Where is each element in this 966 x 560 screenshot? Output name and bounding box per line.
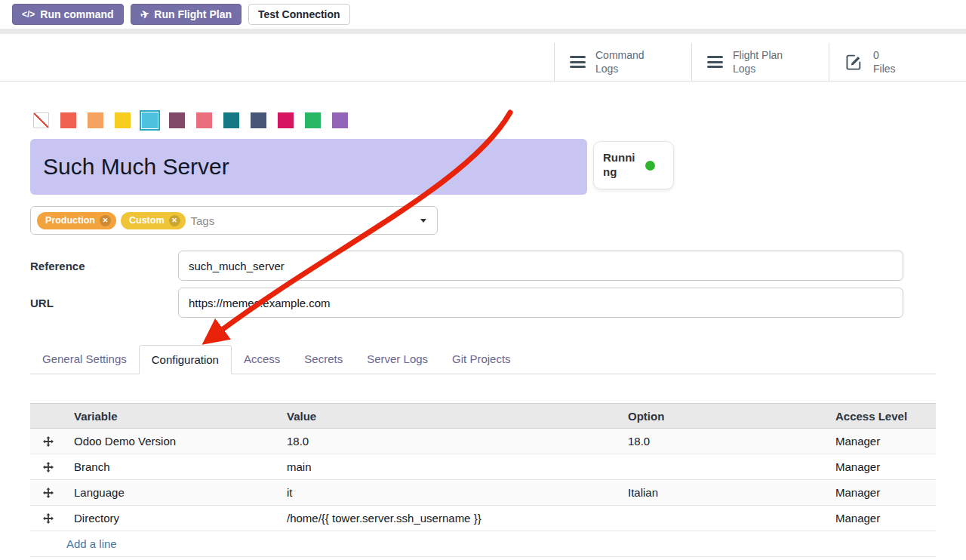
color-swatch-salmon-pink[interactable] bbox=[196, 112, 212, 128]
url-label: URL bbox=[30, 297, 178, 309]
cell-option[interactable]: 18.0 bbox=[620, 429, 828, 454]
status-dot bbox=[645, 161, 655, 171]
add-a-line-link[interactable]: Add a line bbox=[66, 537, 117, 550]
server-name-input[interactable] bbox=[30, 139, 587, 195]
stat-button-0-files[interactable]: 0Files bbox=[829, 43, 966, 81]
cell-access-level[interactable]: Manager bbox=[828, 429, 936, 454]
tag-remove-icon[interactable]: ✕ bbox=[100, 215, 111, 226]
tag-label: Production bbox=[45, 215, 95, 226]
run-flight-plan-label: Run Flight Plan bbox=[154, 8, 232, 20]
color-swatch-teal[interactable] bbox=[223, 112, 239, 128]
form-header: CommandLogsFlight PlanLogs 0Files bbox=[0, 34, 966, 82]
tab-server-logs[interactable]: Server Logs bbox=[355, 345, 440, 374]
plane-icon: ✈ bbox=[139, 8, 150, 21]
cell-option[interactable] bbox=[620, 506, 828, 531]
title-row: Running bbox=[30, 139, 936, 195]
tag-custom[interactable]: Custom✕ bbox=[121, 212, 186, 229]
edit-icon bbox=[844, 53, 863, 72]
status-card: Running bbox=[593, 141, 674, 189]
cell-value[interactable]: it bbox=[279, 480, 620, 506]
table-row: Branch main Manager bbox=[30, 454, 936, 480]
color-swatch-green[interactable] bbox=[305, 112, 321, 128]
stat-button-label: 0Files bbox=[873, 48, 896, 75]
drag-handle-icon[interactable] bbox=[30, 462, 66, 472]
reference-field-row: Reference bbox=[30, 251, 936, 281]
configuration-table: Variable Value Option Access Level Odoo … bbox=[30, 403, 936, 557]
color-swatch-dark-purple[interactable] bbox=[169, 112, 185, 128]
color-swatch-purple[interactable] bbox=[332, 112, 348, 128]
cell-access-level[interactable]: Manager bbox=[828, 506, 936, 531]
cell-value[interactable]: main bbox=[279, 454, 620, 480]
cell-value[interactable]: /home/{{ tower.server.ssh_username }} bbox=[279, 506, 620, 531]
test-connection-label: Test Connection bbox=[258, 8, 340, 20]
color-swatch-row bbox=[30, 112, 936, 128]
run-command-label: Run command bbox=[40, 8, 113, 20]
tab-general-settings[interactable]: General Settings bbox=[30, 345, 139, 374]
reference-input[interactable] bbox=[178, 251, 903, 281]
cell-option[interactable] bbox=[620, 454, 828, 480]
cell-option[interactable]: Italian bbox=[620, 480, 828, 506]
col-header-handle bbox=[30, 404, 66, 429]
url-input[interactable] bbox=[178, 288, 903, 318]
table-row: Odoo Demo Version 18.0 18.0 Manager bbox=[30, 429, 936, 454]
menu-icon bbox=[570, 56, 586, 68]
tag-label: Custom bbox=[129, 215, 165, 226]
app-window: </> Run command ✈ Run Flight Plan Test C… bbox=[0, 0, 966, 560]
code-icon: </> bbox=[22, 9, 35, 20]
add-line-row: Add a line bbox=[30, 531, 936, 557]
cell-variable[interactable]: Branch bbox=[66, 454, 279, 480]
color-swatch-yellow[interactable] bbox=[115, 112, 131, 128]
stat-button-group: CommandLogsFlight PlanLogs 0Files bbox=[554, 43, 966, 81]
stat-button-label: CommandLogs bbox=[595, 48, 645, 75]
col-header-option: Option bbox=[620, 404, 828, 429]
test-connection-button[interactable]: Test Connection bbox=[248, 4, 350, 25]
color-swatch-red[interactable] bbox=[60, 112, 76, 128]
tab-bar: General SettingsConfigurationAccessSecre… bbox=[30, 345, 936, 374]
color-swatch-fuchsia[interactable] bbox=[278, 112, 294, 128]
table-row: Directory /home/{{ tower.server.ssh_user… bbox=[30, 506, 936, 531]
tags-placeholder: Tags bbox=[191, 214, 215, 227]
color-swatch-cyan[interactable] bbox=[142, 112, 158, 128]
run-flight-plan-button[interactable]: ✈ Run Flight Plan bbox=[131, 4, 242, 25]
color-swatch-orange[interactable] bbox=[88, 112, 103, 128]
color-swatch-no-color[interactable] bbox=[33, 112, 49, 128]
url-field-row: URL bbox=[30, 288, 936, 318]
divider bbox=[0, 29, 966, 34]
status-label: Running bbox=[603, 151, 638, 180]
form-sheet: Running Production✕Custom✕ Tags Referenc… bbox=[0, 112, 966, 557]
stat-button-flight-plan-logs[interactable]: Flight PlanLogs bbox=[691, 43, 829, 81]
col-header-variable: Variable bbox=[66, 404, 279, 429]
reference-label: Reference bbox=[30, 260, 178, 272]
cell-variable[interactable]: Language bbox=[66, 480, 279, 506]
tab-access[interactable]: Access bbox=[232, 345, 292, 374]
stat-button-label: Flight PlanLogs bbox=[733, 48, 783, 75]
dropdown-caret-icon[interactable] bbox=[420, 219, 426, 223]
tab-secrets[interactable]: Secrets bbox=[292, 345, 355, 374]
cell-variable[interactable]: Directory bbox=[66, 506, 279, 531]
table-body: Odoo Demo Version 18.0 18.0 Manager Bran… bbox=[30, 429, 936, 531]
color-swatch-dark-blue[interactable] bbox=[251, 112, 266, 128]
drag-handle-icon[interactable] bbox=[30, 513, 66, 524]
tags-input[interactable]: Production✕Custom✕ Tags bbox=[30, 206, 438, 235]
run-command-button[interactable]: </> Run command bbox=[12, 4, 124, 25]
col-header-access-level: Access Level bbox=[828, 404, 936, 429]
menu-icon bbox=[707, 56, 723, 68]
cell-value[interactable]: 18.0 bbox=[279, 429, 620, 454]
tags-container: Production✕Custom✕ bbox=[37, 212, 186, 229]
drag-handle-icon[interactable] bbox=[30, 488, 66, 498]
top-toolbar: </> Run command ✈ Run Flight Plan Test C… bbox=[0, 0, 966, 29]
drag-handle-icon[interactable] bbox=[30, 436, 66, 447]
col-header-value: Value bbox=[279, 404, 620, 429]
cell-variable[interactable]: Odoo Demo Version bbox=[66, 429, 279, 454]
stat-button-command-logs[interactable]: CommandLogs bbox=[554, 43, 691, 81]
table-header-row: Variable Value Option Access Level bbox=[30, 404, 936, 429]
tag-remove-icon[interactable]: ✕ bbox=[169, 215, 180, 226]
table-row: Language it Italian Manager bbox=[30, 480, 936, 506]
cell-access-level[interactable]: Manager bbox=[828, 480, 936, 506]
tag-production[interactable]: Production✕ bbox=[37, 212, 116, 229]
cell-access-level[interactable]: Manager bbox=[828, 454, 936, 480]
tab-git-projects[interactable]: Git Projects bbox=[440, 345, 523, 374]
tab-configuration[interactable]: Configuration bbox=[139, 345, 232, 374]
